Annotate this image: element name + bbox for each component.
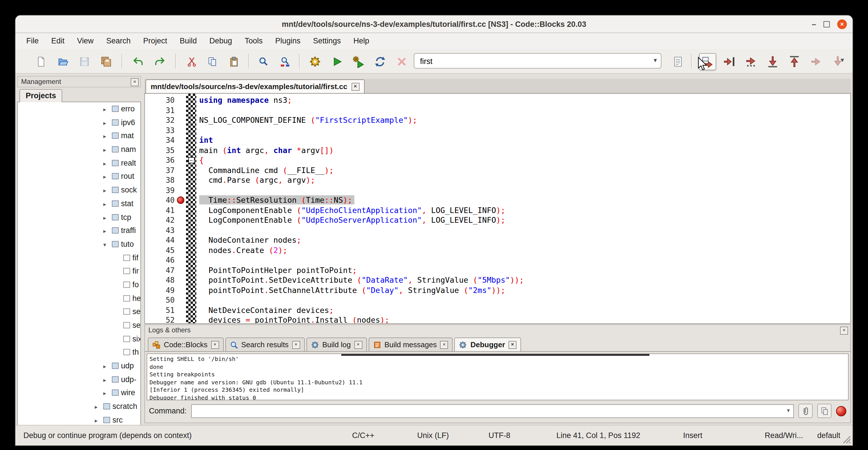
code-line[interactable]: 46 [145, 255, 850, 265]
next-line-button[interactable] [742, 53, 760, 70]
editor-tab-close-icon[interactable]: × [351, 83, 359, 91]
tree-item[interactable]: ▸mat [18, 129, 141, 143]
breakpoint-margin[interactable] [175, 265, 186, 275]
code-line[interactable]: 49 pointToPoint.SetChannelAttribute ("De… [145, 285, 850, 295]
fold-margin[interactable] [186, 205, 196, 215]
tree-item[interactable]: ▸wire [18, 386, 141, 400]
incremental-search-button[interactable] [670, 53, 686, 70]
menu-item-debug[interactable]: Debug [203, 33, 239, 49]
breakpoint-margin[interactable] [175, 305, 186, 315]
attach-button[interactable] [798, 404, 813, 418]
save-all-button[interactable] [98, 53, 115, 70]
breakpoint-margin[interactable] [175, 295, 186, 305]
search-input[interactable] [419, 55, 646, 68]
fold-margin[interactable] [186, 175, 196, 185]
tree-item[interactable]: fif [18, 251, 141, 264]
fold-margin[interactable] [186, 106, 196, 115]
menu-item-build[interactable]: Build [174, 33, 203, 49]
breakpoint-margin[interactable] [175, 255, 186, 265]
code-area[interactable]: 30using namespace ns3;3132NS_LOG_COMPONE… [144, 94, 851, 324]
menu-item-edit[interactable]: Edit [45, 33, 71, 49]
fold-margin[interactable] [186, 125, 196, 136]
save-button[interactable] [76, 53, 93, 70]
breakpoint-margin[interactable] [175, 235, 186, 245]
fold-margin[interactable] [186, 295, 196, 305]
cut-button[interactable] [183, 53, 200, 70]
code-line[interactable]: 31 [145, 106, 850, 115]
chevron-right-icon[interactable]: ▸ [103, 211, 112, 224]
log-tab-close-icon[interactable]: × [211, 341, 219, 349]
menu-item-file[interactable]: File [20, 33, 45, 49]
log-tab-close-icon[interactable]: × [508, 341, 517, 349]
chevron-right-icon[interactable]: ▸ [103, 387, 112, 400]
undo-button[interactable] [129, 53, 147, 70]
breakpoint-margin[interactable] [175, 245, 186, 255]
tab-projects[interactable]: Projects [20, 89, 62, 102]
step-out-button[interactable] [786, 53, 803, 70]
find-button[interactable] [255, 53, 272, 70]
breakpoint-margin[interactable] [175, 315, 186, 324]
paste-button[interactable] [225, 53, 243, 70]
build-and-run-button[interactable] [350, 53, 367, 70]
tree-item[interactable]: ▸ipv6 [18, 116, 141, 129]
log-tab-build-messages[interactable]: Build messages× [368, 337, 453, 351]
tree-item[interactable]: se [18, 319, 141, 332]
fold-margin[interactable] [186, 225, 196, 235]
search-dropdown-chevron-icon[interactable]: ▾ [654, 57, 657, 64]
close-button[interactable]: × [837, 19, 847, 29]
fold-margin[interactable] [186, 285, 196, 295]
chevron-right-icon[interactable]: ▸ [103, 224, 112, 237]
fold-margin[interactable] [186, 235, 196, 245]
fold-margin[interactable] [186, 136, 196, 145]
editor-tab-first-cc[interactable]: mnt/dev/tools/source/ns-3-dev/examples/t… [146, 79, 364, 93]
tree-item[interactable]: se [18, 305, 141, 319]
log-tab-search-results[interactable]: Search results× [225, 337, 305, 351]
chevron-right-icon[interactable]: ▸ [103, 171, 112, 183]
copy-output-button[interactable] [817, 404, 832, 418]
projects-tree[interactable]: ▸erro▸ipv6▸mat▸nam▸realt▸rout▸sock▸stat▸… [17, 102, 141, 425]
code-line[interactable]: 37 CommandLine cmd (__FILE__); [145, 165, 850, 175]
code-line[interactable]: 40 Time::SetResolution (Time::NS); [145, 195, 850, 205]
code-line[interactable]: 34int [145, 136, 850, 145]
copy-button[interactable] [204, 53, 221, 70]
fold-margin[interactable] [186, 95, 196, 106]
tree-item[interactable]: he [18, 292, 141, 305]
log-tab-close-icon[interactable]: × [292, 341, 300, 349]
chevron-right-icon[interactable]: ▸ [103, 103, 112, 116]
tree-item[interactable]: ▸rout [18, 170, 141, 183]
menu-item-project[interactable]: Project [137, 33, 174, 49]
tree-item[interactable]: ▸tcp [18, 210, 141, 224]
tree-item[interactable]: ▸realt [18, 156, 141, 170]
command-combobox[interactable]: ▾ [191, 404, 794, 418]
menu-item-plugins[interactable]: Plugins [269, 33, 307, 49]
fold-margin[interactable] [186, 245, 196, 255]
breakpoint-margin[interactable] [175, 205, 186, 215]
code-line[interactable]: 51 NetDeviceContainer devices; [145, 305, 850, 315]
menu-item-view[interactable]: View [71, 33, 100, 49]
abort-build-button[interactable] [393, 53, 410, 70]
log-tab-close-icon[interactable]: × [440, 341, 448, 349]
code-line[interactable]: 43 [145, 225, 850, 235]
menu-item-search[interactable]: Search [100, 33, 137, 49]
fold-margin[interactable] [186, 305, 196, 315]
chevron-right-icon[interactable]: ▸ [103, 157, 112, 170]
tree-item[interactable]: ▸udp- [18, 373, 141, 386]
tree-item[interactable]: fir [18, 265, 141, 278]
chevron-right-icon[interactable]: ▸ [95, 414, 103, 425]
code-line[interactable]: 45 nodes.Create (2); [145, 245, 850, 255]
code-line[interactable]: 32NS_LOG_COMPONENT_DEFINE ("FirstScriptE… [145, 115, 850, 125]
tree-item[interactable]: fo [18, 278, 141, 292]
command-input[interactable] [194, 406, 779, 417]
menu-item-help[interactable]: Help [347, 33, 376, 49]
tree-item[interactable]: ▾tuto [18, 238, 141, 251]
chevron-right-icon[interactable]: ▸ [103, 360, 112, 372]
breakpoint-margin[interactable] [175, 136, 186, 145]
fold-margin[interactable] [186, 275, 196, 285]
minimize-button[interactable]: – [812, 20, 816, 28]
breakpoint-margin[interactable] [175, 215, 186, 225]
tree-item[interactable]: ▸traffi [18, 224, 141, 237]
chevron-right-icon[interactable]: ▸ [103, 143, 112, 156]
tree-item[interactable]: th [18, 346, 141, 359]
stop-debugger-button[interactable] [836, 406, 846, 416]
command-dropdown-chevron-icon[interactable]: ▾ [787, 407, 790, 413]
